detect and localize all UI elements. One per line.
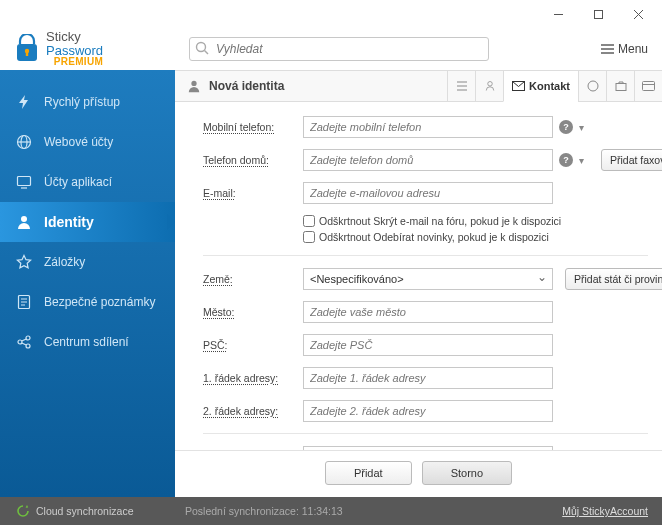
help-icon[interactable]: ? <box>559 120 573 134</box>
hide-email-checkbox[interactable]: Odškrtnout Skrýt e-mail na fóru, pokud j… <box>303 215 561 227</box>
close-button[interactable] <box>622 4 654 24</box>
sidebar-item-sharing[interactable]: Centrum sdílení <box>0 322 175 362</box>
zip-input[interactable] <box>303 334 553 356</box>
svg-point-27 <box>191 81 196 86</box>
svg-rect-34 <box>616 84 626 91</box>
sidebar-item-webaccounts[interactable]: Webové účty <box>0 122 175 162</box>
tab-person[interactable] <box>475 71 503 101</box>
globe-icon <box>16 134 32 150</box>
tab-business[interactable] <box>578 71 606 101</box>
sidebar-item-securenotes[interactable]: Bezpečné poznámky <box>0 282 175 322</box>
mobile-label: Mobilní telefon: <box>203 121 303 133</box>
search-icon <box>195 41 209 55</box>
svg-point-22 <box>18 340 22 344</box>
person-icon <box>16 214 32 230</box>
tab-contact[interactable]: Kontakt <box>503 71 578 102</box>
tab-briefcase[interactable] <box>606 71 634 101</box>
add-state-button[interactable]: Přidat stát či provincii <box>565 268 662 290</box>
brand-password: Password <box>46 44 103 58</box>
dropdown-icon[interactable]: ▾ <box>579 153 589 167</box>
lock-icon <box>14 34 40 64</box>
cancel-button[interactable]: Storno <box>422 461 512 485</box>
addr2-input[interactable] <box>303 400 553 422</box>
titlebar <box>0 0 662 28</box>
city-input[interactable] <box>303 301 553 323</box>
homephone-label: Telefon domů: <box>203 154 303 166</box>
note-icon <box>16 294 32 310</box>
addr1-label: 1. řádek adresy: <box>203 372 303 384</box>
help-icon[interactable]: ? <box>559 153 573 167</box>
mobile-input[interactable] <box>303 116 553 138</box>
svg-line-25 <box>22 339 27 341</box>
maximize-button[interactable] <box>582 4 614 24</box>
email-input[interactable] <box>303 182 553 204</box>
star-icon <box>16 254 32 270</box>
hamburger-icon <box>601 44 614 54</box>
share-icon <box>16 334 32 350</box>
cloud-sync-label[interactable]: Cloud synchronizace <box>36 505 133 517</box>
minimize-button[interactable] <box>542 4 574 24</box>
svg-point-7 <box>197 43 206 52</box>
last-sync-label: Poslední synchronizace: 11:34:13 <box>175 505 562 517</box>
svg-point-17 <box>21 216 27 222</box>
my-account-link[interactable]: Můj StickyAccount <box>562 505 662 517</box>
brand-sticky: Sticky <box>46 30 103 44</box>
sidebar-item-quickaccess[interactable]: Rychlý přístup <box>0 82 175 122</box>
svg-point-24 <box>26 344 30 348</box>
dropdown-icon[interactable]: ▾ <box>579 120 589 134</box>
country-select[interactable]: <Nespecifikováno> <box>303 268 553 290</box>
addr1-input[interactable] <box>303 367 553 389</box>
monitor-icon <box>16 174 32 190</box>
svg-point-23 <box>26 336 30 340</box>
app-logo: Sticky Password PREMIUM <box>0 30 175 68</box>
tab-list[interactable] <box>447 71 475 101</box>
sync-icon <box>16 504 30 518</box>
svg-rect-15 <box>18 177 31 186</box>
newsletter-checkbox[interactable]: Odškrtnout Odebírat novinky, pokud je k … <box>303 231 549 243</box>
envelope-icon <box>512 81 525 91</box>
add-fax-button[interactable]: Přidat faxové číslo <box>601 149 662 171</box>
svg-rect-35 <box>643 82 655 91</box>
tab-card[interactable] <box>634 71 662 101</box>
country-label: Země: <box>203 273 303 285</box>
page-title: Nová identita <box>209 79 284 93</box>
bolt-icon <box>16 94 32 110</box>
svg-point-31 <box>487 82 492 87</box>
sidebar-item-identity[interactable]: Identity <box>0 202 175 242</box>
zip-label: PSČ: <box>203 339 303 351</box>
svg-line-26 <box>22 343 27 345</box>
search-input[interactable] <box>189 37 489 61</box>
homephone-input[interactable] <box>303 149 553 171</box>
city-label: Město: <box>203 306 303 318</box>
person-icon <box>187 79 201 93</box>
svg-rect-6 <box>26 51 28 56</box>
add-button[interactable]: Přidat <box>325 461 412 485</box>
svg-point-33 <box>588 81 598 91</box>
svg-rect-1 <box>594 10 602 18</box>
email-label: E-mail: <box>203 187 303 199</box>
sidebar-item-bookmarks[interactable]: Záložky <box>0 242 175 282</box>
brand-premium: PREMIUM <box>46 57 103 68</box>
addr2-label: 2. řádek adresy: <box>203 405 303 417</box>
sidebar-item-appaccounts[interactable]: Účty aplikací <box>0 162 175 202</box>
sidebar: Rychlý přístup Webové účty Účty aplikací… <box>0 70 175 497</box>
menu-button[interactable]: Menu <box>587 42 662 56</box>
svg-line-8 <box>205 51 209 55</box>
